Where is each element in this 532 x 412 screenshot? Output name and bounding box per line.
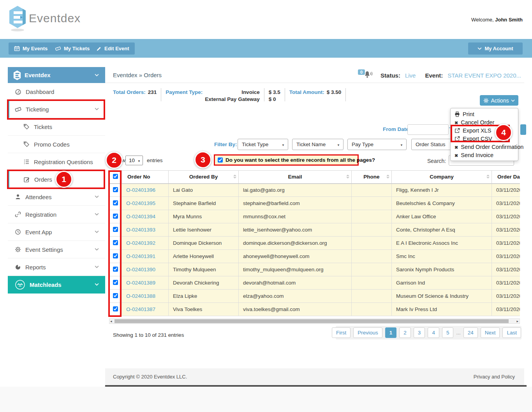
my-events-label: My Events [23, 46, 48, 51]
page-size-select[interactable]: 10 [125, 156, 143, 165]
sidebar-item-tickets[interactable]: Tickets [8, 118, 105, 136]
chevron-down-icon [95, 213, 99, 216]
ordered-by-cell: Lettie Isenhower [169, 223, 239, 237]
eventdex-logo-small-icon [13, 70, 21, 80]
horizontal-scrollbar[interactable]: ◂ ▸ [109, 318, 520, 324]
scroll-left-arrow-icon[interactable]: ◂ [110, 319, 112, 324]
sort-icon[interactable] [386, 175, 389, 179]
ticket-type-select[interactable]: Ticket Type [238, 139, 288, 150]
sort-icon[interactable] [346, 175, 349, 179]
page-button-1[interactable]: 1 [385, 327, 397, 338]
actions-button[interactable]: Actions [480, 95, 518, 106]
sort-icon[interactable] [486, 175, 490, 179]
scrollbar-thumb[interactable] [115, 319, 509, 323]
notifications[interactable]: 0 [358, 70, 376, 80]
total-orders-value: 231 [148, 89, 157, 95]
menu-item-send-invoice[interactable]: Send Invoice [451, 151, 518, 159]
next-page-button[interactable]: Next [481, 327, 500, 338]
page-button-3[interactable]: 3 [414, 327, 425, 338]
ordered-by-cell: Myra Munns [169, 210, 239, 223]
event-label: Event: [425, 72, 443, 79]
scroll-right-arrow-icon[interactable]: ▸ [516, 319, 518, 324]
chevron-down-icon [95, 74, 99, 76]
link-icon [15, 211, 21, 217]
table-row: O-02401395 Stephaine Barfield stephaine@… [109, 197, 520, 210]
order-link[interactable]: O-02401395 [126, 200, 155, 206]
company-cell: Garrison Ind [392, 276, 492, 290]
header-label: Order Date [497, 174, 520, 180]
ordered-by-cell: Devorah Chickering [169, 276, 239, 290]
amount-2: $ 0 [269, 96, 276, 102]
previous-page-button[interactable]: Previous [353, 327, 382, 338]
header-email[interactable]: Email [239, 171, 352, 184]
sidebar-item-event-app[interactable]: Event App [8, 223, 105, 241]
order-link[interactable]: O-02401387 [126, 306, 155, 312]
last-page-button[interactable]: Last [502, 327, 521, 338]
select-all-pages-checkbox[interactable] [218, 157, 223, 163]
privacy-policy-link[interactable]: Privacy and Policy [474, 374, 515, 380]
order-link[interactable]: O-02401393 [126, 227, 155, 233]
sidebar-item-matchleads[interactable]: Matchleads [8, 276, 105, 294]
order-summary: Total Orders: 231 Payment Type: Invoice … [113, 88, 350, 102]
annotation-circle-3: 3 [194, 151, 211, 168]
order-date-cell: 03/11/2020 05 [492, 210, 520, 223]
date-search-button[interactable] [520, 124, 526, 135]
header-company[interactable]: Company [392, 171, 492, 184]
event-name-link[interactable]: STAR EVENT EXPO 2020... [447, 72, 521, 79]
company-cell: Saronix Nymph Products [392, 263, 492, 276]
company-cell: Anker Law Office [392, 210, 492, 223]
sidebar-item-reports[interactable]: Reports [8, 258, 105, 276]
page-size-value: 10 [129, 157, 135, 163]
divider [161, 88, 161, 101]
menu-item-send-order-confirmation[interactable]: Send Order Confirmation [451, 143, 518, 151]
order-link[interactable]: O-02401388 [126, 293, 155, 299]
email-cell: ahoneywell@honeywell.com [239, 250, 352, 263]
page-button-2[interactable]: 2 [399, 327, 411, 338]
order-no-cell: O-02401395 [122, 197, 169, 210]
menu-item-print[interactable]: Print [451, 110, 518, 118]
sidebar-item-dashboard[interactable]: Dashboard [8, 83, 105, 101]
breadcrumb-bar: Eventdex » Orders 0 Status: Live Event: … [105, 67, 524, 83]
order-no-cell: O-02401388 [122, 290, 169, 303]
sidebar-item-event-settings[interactable]: Event Settings [8, 241, 105, 258]
ticket-name-select[interactable]: Ticket Name [292, 139, 344, 150]
my-events-button[interactable]: My Events [9, 42, 53, 55]
company-cell: E A I Electronic Assocs Inc [392, 237, 492, 250]
header-order-date[interactable]: Order Date [492, 171, 520, 184]
sidebar-item-registration[interactable]: Registration [8, 206, 105, 223]
pay-type-value: Pay Type [352, 141, 373, 147]
sidebar-item-registration-questions[interactable]: Registration Questions [8, 153, 105, 171]
calendar-icon [14, 46, 20, 51]
phone-cell [352, 210, 392, 223]
order-link[interactable]: O-02401391 [126, 253, 155, 259]
order-link[interactable]: O-02401389 [126, 280, 155, 286]
header-phone[interactable]: Phone [352, 171, 392, 184]
company-cell: Fligg, Kenneth I Jr [392, 184, 492, 197]
order-link[interactable]: O-02401390 [126, 267, 155, 272]
my-tickets-button[interactable]: My Tickets [49, 42, 95, 55]
sidebar-item-promo-codes[interactable]: Promo Codes [8, 136, 105, 153]
sort-icon[interactable] [233, 175, 236, 179]
order-link[interactable]: O-02401396 [126, 187, 155, 193]
cancel-icon [454, 144, 458, 150]
edit-event-button[interactable]: Edit Event [91, 42, 135, 55]
sidebar-item-attendees[interactable]: Attendees [8, 188, 105, 206]
from-date-input[interactable] [407, 124, 449, 135]
sidebar-header-label: Eventdex [25, 72, 51, 78]
pay-type-select[interactable]: Pay Type [347, 139, 407, 150]
order-link[interactable]: O-02401392 [126, 240, 155, 246]
order-link[interactable]: O-02401394 [126, 214, 155, 219]
filter-by-label: Filter By: [214, 141, 237, 147]
header-order-no[interactable]: Order No [122, 171, 169, 184]
page-button-4[interactable]: 4 [428, 327, 439, 338]
header-ordered-by[interactable]: Ordered By [169, 171, 239, 184]
order-date-cell: 03/11/2020 05 [492, 276, 520, 290]
order-no-cell: O-02401389 [122, 276, 169, 290]
sidebar-header[interactable]: Eventdex [8, 67, 105, 83]
page-button-24[interactable]: 24 [463, 327, 478, 338]
my-account-button[interactable]: My Account [468, 42, 523, 55]
first-page-button[interactable]: First [332, 327, 351, 338]
my-tickets-label: My Tickets [64, 46, 90, 51]
actions-label: Actions [491, 97, 509, 104]
page-button-5[interactable]: 5 [442, 327, 454, 338]
